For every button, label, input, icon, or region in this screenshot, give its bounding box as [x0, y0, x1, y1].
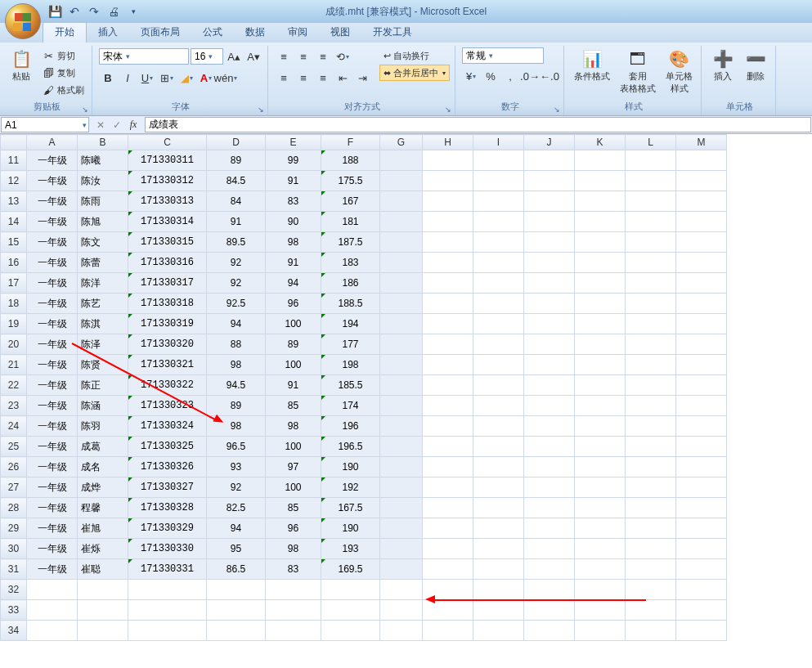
cell-H33[interactable]: [423, 600, 473, 621]
cell-L34[interactable]: [626, 621, 676, 641]
cell-L18[interactable]: [626, 294, 676, 314]
cell-E14[interactable]: 90: [266, 212, 321, 232]
cell-G22[interactable]: [380, 375, 423, 396]
column-header-H[interactable]: H: [423, 135, 473, 150]
cell-E29[interactable]: 96: [266, 518, 321, 539]
conditional-formatting-button[interactable]: 📊条件格式: [571, 47, 613, 84]
cell-D20[interactable]: 88: [207, 334, 266, 355]
cell-G27[interactable]: [380, 477, 423, 498]
cell-K15[interactable]: [575, 232, 626, 253]
delete-cells-button[interactable]: ➖删除: [741, 47, 770, 84]
row-header-23[interactable]: 23: [1, 396, 27, 416]
row-header-29[interactable]: 29: [1, 518, 27, 539]
row-header-25[interactable]: 25: [1, 437, 27, 457]
print-preview-icon[interactable]: 🖨: [105, 2, 123, 20]
cell-L26[interactable]: [626, 457, 676, 477]
row-header-31[interactable]: 31: [1, 559, 27, 580]
format-painter-button[interactable]: 🖌格式刷: [39, 82, 87, 98]
cell-G28[interactable]: [380, 498, 423, 518]
align-center-icon[interactable]: ≡: [294, 69, 312, 87]
cell-D22[interactable]: 94.5: [207, 375, 266, 396]
cell-M17[interactable]: [676, 273, 727, 294]
cell-A28[interactable]: 一年级: [27, 498, 78, 518]
cell-D27[interactable]: 92: [207, 477, 266, 498]
row-header-30[interactable]: 30: [1, 539, 27, 559]
cell-C31[interactable]: 171330331: [128, 559, 207, 580]
cell-K30[interactable]: [575, 539, 626, 559]
cell-M28[interactable]: [676, 498, 727, 518]
cell-A26[interactable]: 一年级: [27, 457, 78, 477]
row-header-15[interactable]: 15: [1, 232, 27, 253]
cell-D34[interactable]: [207, 621, 266, 641]
cell-A11[interactable]: 一年级: [27, 150, 78, 171]
cell-B20[interactable]: 陈泽: [78, 334, 128, 355]
cell-C25[interactable]: 171330325: [128, 437, 207, 457]
cell-G17[interactable]: [380, 273, 423, 294]
cell-D15[interactable]: 89.5: [207, 232, 266, 253]
cell-D25[interactable]: 96.5: [207, 437, 266, 457]
cell-G23[interactable]: [380, 396, 423, 416]
cell-A17[interactable]: 一年级: [27, 273, 78, 294]
cell-J27[interactable]: [524, 477, 575, 498]
cell-A12[interactable]: 一年级: [27, 171, 78, 191]
cell-H26[interactable]: [423, 457, 473, 477]
cell-J25[interactable]: [524, 437, 575, 457]
cell-A14[interactable]: 一年级: [27, 212, 78, 232]
enter-formula-icon[interactable]: ✓: [110, 118, 124, 132]
cell-M30[interactable]: [676, 539, 727, 559]
cell-F19[interactable]: 194: [321, 314, 380, 334]
cell-M11[interactable]: [676, 150, 727, 171]
tab-formulas[interactable]: 公式: [191, 22, 234, 43]
cell-C30[interactable]: 171330330: [128, 539, 207, 559]
cell-F24[interactable]: 196: [321, 416, 380, 437]
cell-G18[interactable]: [380, 294, 423, 314]
cell-H13[interactable]: [423, 191, 473, 212]
cell-B17[interactable]: 陈洋: [78, 273, 128, 294]
cell-F22[interactable]: 185.5: [321, 375, 380, 396]
cell-E30[interactable]: 98: [266, 539, 321, 559]
row-header-12[interactable]: 12: [1, 171, 27, 191]
cell-F12[interactable]: 175.5: [321, 171, 380, 191]
cell-K32[interactable]: [575, 580, 626, 600]
cell-F16[interactable]: 183: [321, 253, 380, 273]
cell-H21[interactable]: [423, 355, 473, 375]
column-header-G[interactable]: G: [380, 135, 423, 150]
cell-C22[interactable]: 171330322: [128, 375, 207, 396]
cell-G11[interactable]: [380, 150, 423, 171]
cell-D17[interactable]: 92: [207, 273, 266, 294]
cell-H15[interactable]: [423, 232, 473, 253]
cell-C17[interactable]: 171330317: [128, 273, 207, 294]
column-header-C[interactable]: C: [128, 135, 207, 150]
cell-K34[interactable]: [575, 621, 626, 641]
font-name-combo[interactable]: 宋体▾: [99, 48, 189, 65]
cell-J33[interactable]: [524, 600, 575, 621]
cell-E20[interactable]: 89: [266, 334, 321, 355]
cell-C33[interactable]: [128, 600, 207, 621]
column-header-B[interactable]: B: [78, 135, 128, 150]
decrease-font-icon[interactable]: A▾: [244, 47, 262, 65]
cell-K11[interactable]: [575, 150, 626, 171]
cell-H32[interactable]: [423, 580, 473, 600]
cell-D28[interactable]: 82.5: [207, 498, 266, 518]
column-header-E[interactable]: E: [266, 135, 321, 150]
cell-A33[interactable]: [27, 600, 78, 621]
cell-H23[interactable]: [423, 396, 473, 416]
cell-F33[interactable]: [321, 600, 380, 621]
cell-C16[interactable]: 171330316: [128, 253, 207, 273]
cell-I19[interactable]: [473, 314, 524, 334]
cell-I23[interactable]: [473, 396, 524, 416]
cell-L25[interactable]: [626, 437, 676, 457]
cell-L16[interactable]: [626, 253, 676, 273]
tab-page-layout[interactable]: 页面布局: [129, 22, 191, 43]
cell-I24[interactable]: [473, 416, 524, 437]
cell-K22[interactable]: [575, 375, 626, 396]
cell-J34[interactable]: [524, 621, 575, 641]
font-launcher-icon[interactable]: ↘: [256, 105, 266, 114]
cell-E33[interactable]: [266, 600, 321, 621]
cell-H31[interactable]: [423, 559, 473, 580]
cell-D23[interactable]: 89: [207, 396, 266, 416]
column-header-A[interactable]: A: [27, 135, 78, 150]
italic-icon[interactable]: I: [119, 69, 137, 87]
cell-G31[interactable]: [380, 559, 423, 580]
select-all-corner[interactable]: [1, 135, 27, 150]
